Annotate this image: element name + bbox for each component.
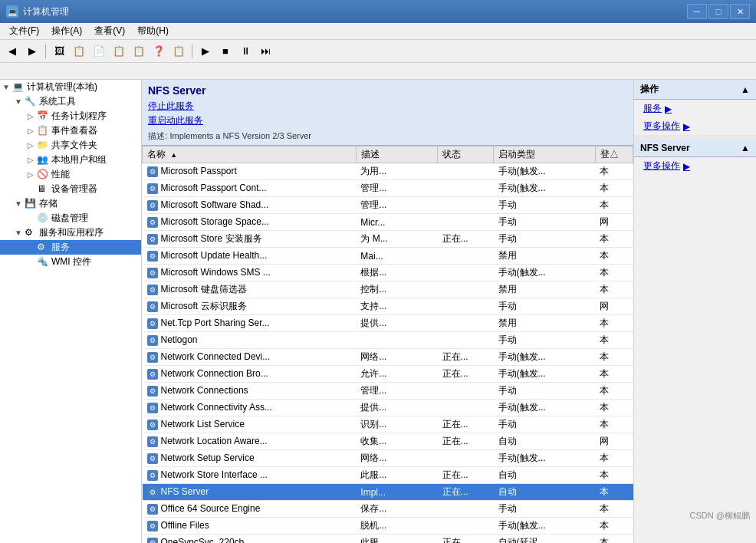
service-startup-cell: 手动: [494, 231, 596, 248]
toolbar-btn-6[interactable]: ❓: [150, 43, 168, 60]
action-title-arrow-2: ▲: [741, 143, 750, 153]
forward-button[interactable]: ▶: [23, 43, 41, 60]
service-logon-cell: 本: [595, 248, 633, 265]
table-row[interactable]: ⚙Microsoft Passport Cont...管理...手动(触发...…: [143, 180, 633, 197]
service-status-cell: [438, 518, 494, 535]
toolbar-btn-7[interactable]: 📋: [169, 43, 188, 60]
service-desc-cell: 提供...: [356, 315, 437, 332]
action-services[interactable]: 服务 ▶: [634, 100, 756, 117]
tree-item-system-tools[interactable]: ▼ 🔧 系统工具: [0, 94, 141, 109]
play-button[interactable]: ▶: [196, 43, 215, 60]
service-startup-cell: 手动: [494, 298, 596, 315]
table-row[interactable]: ⚙Microsoft Update Health...Mai...禁用本: [143, 248, 633, 265]
col-status[interactable]: 状态: [438, 146, 494, 163]
close-button[interactable]: ✕: [730, 4, 750, 19]
tree-item-scheduler[interactable]: ▷ 📅 任务计划程序: [0, 109, 141, 123]
table-row[interactable]: ⚙Microsoft 云标识服务支持...手动网: [143, 298, 633, 315]
table-row[interactable]: ⚙Microsoft Store 安装服务为 M...正在...手动本: [143, 231, 633, 248]
table-row[interactable]: ⚙Office 64 Source Engine保存...手动本: [143, 501, 633, 518]
service-logon-cell: 本: [595, 163, 633, 180]
table-row[interactable]: ⚙Microsoft Windows SMS ...根据...手动(触发...本: [143, 265, 633, 281]
toolbar-btn-3[interactable]: 📄: [90, 43, 108, 60]
table-row[interactable]: ⚙NFS ServerImpl...正在...自动本: [143, 484, 633, 501]
table-row[interactable]: ⚙Network Setup Service网络...手动(触发...本: [143, 450, 633, 467]
action-more-1[interactable]: 更多操作 ▶: [634, 117, 756, 135]
table-row[interactable]: ⚙Netlogon手动本: [143, 332, 633, 349]
menu-item-v[interactable]: 查看(V): [88, 23, 131, 39]
table-row[interactable]: ⚙Network Connectivity Ass...提供...手动(触发..…: [143, 400, 633, 416]
services-icon: ⚙: [37, 242, 49, 254]
service-logon-cell: 本: [595, 315, 633, 332]
tree-item-users[interactable]: ▷ 👥 本地用户和组: [0, 153, 141, 167]
wmi-icon: 🔩: [37, 256, 49, 268]
service-logon-cell: 本: [595, 450, 633, 467]
skip-button[interactable]: ⏭: [256, 43, 274, 60]
table-row[interactable]: ⚙Network Store Interface ...此服...正在...自动…: [143, 467, 633, 484]
menu-item-f[interactable]: 文件(F): [3, 23, 45, 39]
menu-item-a[interactable]: 操作(A): [45, 23, 88, 39]
service-name-cell: ⚙Network List Service: [143, 416, 357, 433]
minimize-button[interactable]: ─: [687, 4, 707, 19]
table-row[interactable]: ⚙Microsoft Passport为用...手动(触发...本: [143, 163, 633, 180]
table-row[interactable]: ⚙Offline Files脱机...手动(触发...本: [143, 518, 633, 535]
table-row[interactable]: ⚙Network List Service识别...正在...手动本: [143, 416, 633, 433]
tree-item-disk[interactable]: 💿 磁盘管理: [0, 211, 141, 225]
table-row[interactable]: ⚙Microsoft Storage Space...Micr...手动网: [143, 214, 633, 231]
svcapp-icon: ⚙: [25, 227, 37, 239]
tree-item-storage[interactable]: ▼ 💾 存储: [0, 196, 141, 211]
col-logon[interactable]: 登△: [595, 146, 633, 163]
tree-item-svcapp[interactable]: ▼ ⚙ 服务和应用程序: [0, 225, 141, 240]
maximize-button[interactable]: □: [708, 4, 728, 19]
col-name[interactable]: 名称 ▲: [143, 146, 357, 163]
back-button[interactable]: ◀: [3, 43, 21, 60]
menu-item-h[interactable]: 帮助(H): [131, 23, 175, 39]
service-desc-cell: 管理...: [356, 383, 437, 400]
toolbar-btn-5[interactable]: 📋: [130, 43, 148, 60]
table-row[interactable]: ⚙Network Connection Bro...允许...正在...手动(触…: [143, 366, 633, 383]
table-row[interactable]: ⚙Network Connected Devi...网络...正在...手动(触…: [143, 349, 633, 366]
service-logon-cell: 本: [595, 366, 633, 383]
table-row[interactable]: ⚙Network Connections管理...手动本: [143, 383, 633, 400]
service-startup-cell: 手动(触发...: [494, 349, 596, 366]
tree-item-services[interactable]: ⚙ 服务: [0, 240, 141, 255]
table-row[interactable]: ⚙Microsoft Software Shad...管理...手动本: [143, 197, 633, 214]
tree-item-devmgr[interactable]: 🖥 设备管理器: [0, 182, 141, 196]
col-startup[interactable]: 启动类型: [494, 146, 596, 163]
toolbar-btn-4[interactable]: 📋: [110, 43, 128, 60]
action-more-2[interactable]: 更多操作 ▶: [634, 157, 756, 175]
stop-button[interactable]: ■: [216, 43, 235, 60]
service-status-cell: 正在...: [438, 433, 494, 450]
action-title-label-2: NFS Server: [640, 143, 690, 153]
tree-label-perf: 性能: [51, 168, 70, 181]
service-startup-cell: 手动: [494, 214, 596, 231]
service-name-cell: ⚙Microsoft Storage Space...: [143, 214, 357, 231]
table-row[interactable]: ⚙Network Location Aware...收集...正在...自动网: [143, 433, 633, 450]
pause-button[interactable]: ⏸: [236, 43, 255, 60]
service-logon-cell: 本: [595, 265, 633, 281]
service-status-cell: [438, 197, 494, 214]
middle-panel: NFS Server 停止此服务 重启动此服务 描述: Implements a…: [142, 80, 633, 543]
restart-service-link[interactable]: 重启动此服务: [148, 114, 627, 127]
service-status-cell: [438, 450, 494, 467]
tree-label-root: 计算机管理(本地): [27, 81, 97, 94]
service-description-text: Implements a NFS Version 2/3 Server: [169, 131, 311, 140]
tree-item-root[interactable]: ▼ 💻 计算机管理(本地): [0, 80, 141, 94]
tree-item-perf[interactable]: ▷ 🚫 性能: [0, 167, 141, 182]
tree-item-wmi[interactable]: 🔩 WMI 控件: [0, 255, 141, 269]
tree-item-shared[interactable]: ▷ 📁 共享文件夹: [0, 138, 141, 153]
toolbar-btn-1[interactable]: 🖼: [50, 43, 68, 60]
expand-devmgr: [25, 183, 37, 196]
table-row[interactable]: ⚙Net.Tcp Port Sharing Ser...提供...禁用本: [143, 315, 633, 332]
service-status-cell: 正在...: [438, 366, 494, 383]
expand-perf: ▷: [25, 169, 37, 181]
expand-shared: ▷: [25, 140, 37, 152]
col-desc[interactable]: 描述: [356, 146, 437, 163]
system-tools-icon: 🔧: [25, 96, 37, 108]
table-row[interactable]: ⚙Microsoft 键盘筛选器控制...禁用本: [143, 281, 633, 298]
toolbar-btn-2[interactable]: 📋: [70, 43, 88, 60]
tree-label-shared: 共享文件夹: [51, 139, 97, 152]
shared-icon: 📁: [37, 140, 49, 152]
table-row[interactable]: ⚙OneSyncSvc_220cb此服...正在...自动(延迟...本: [143, 535, 633, 544]
tree-item-eventviewer[interactable]: ▷ 📋 事件查看器: [0, 123, 141, 138]
stop-service-link[interactable]: 停止此服务: [148, 100, 627, 113]
